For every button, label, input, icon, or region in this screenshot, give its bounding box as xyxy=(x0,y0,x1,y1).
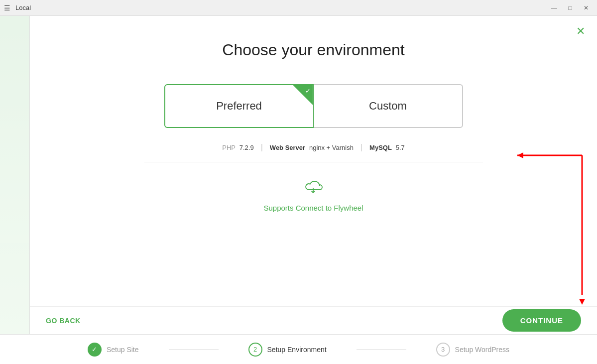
minimize-button[interactable]: — xyxy=(547,2,561,14)
webserver-label: Web Server xyxy=(270,144,305,151)
title-bar: ☰ Local — □ ✕ xyxy=(0,0,597,16)
app-window: ☰ Local — □ ✕ ✕ Choose your environment xyxy=(0,0,597,364)
environment-options: Preferred Custom xyxy=(164,84,463,128)
step-3: 3 Setup WordPress xyxy=(406,343,539,357)
step-1-circle: ✓ xyxy=(88,343,102,357)
step-3-circle: 3 xyxy=(436,343,450,357)
flywheel-section: Supports Connect to Flywheel xyxy=(263,177,363,212)
step-2-label: Setup Environment xyxy=(267,346,327,354)
go-back-button[interactable]: GO BACK xyxy=(46,317,81,325)
title-bar-left: ☰ Local xyxy=(4,4,31,12)
php-value: 7.2.9 xyxy=(239,144,254,151)
mysql-value: 5.7 xyxy=(396,144,405,151)
php-spec: PHP 7.2.9 xyxy=(222,143,253,151)
step-1: ✓ Setup Site xyxy=(58,343,169,357)
step-divider-1 xyxy=(169,349,219,350)
dialog-close-icon[interactable]: ✕ xyxy=(576,25,585,38)
footer-steps: ✓ Setup Site 2 Setup Environment 3 Setup… xyxy=(0,334,597,364)
app-title: Local xyxy=(15,4,31,11)
maximize-button[interactable]: □ xyxy=(563,2,577,14)
continue-button[interactable]: CONTINUE xyxy=(502,309,581,332)
step-1-label: Setup Site xyxy=(107,346,139,354)
webserver-spec: Web Server nginx + Varnish xyxy=(270,143,354,151)
mysql-label: MySQL xyxy=(369,144,392,151)
mysql-spec: MySQL 5.7 xyxy=(369,143,405,151)
custom-option[interactable]: Custom xyxy=(314,84,463,128)
selected-check-corner xyxy=(293,85,313,105)
preferred-label: Preferred xyxy=(216,100,262,113)
flywheel-cloud-icon xyxy=(302,177,324,199)
separator-2: | xyxy=(360,143,362,152)
title-bar-controls: — □ ✕ xyxy=(547,2,593,14)
bottom-action-bar: GO BACK CONTINUE xyxy=(30,306,597,334)
preferred-option[interactable]: Preferred xyxy=(164,84,314,128)
content-area: ✕ Choose your environment Preferred Cust… xyxy=(30,16,597,334)
step-divider-2 xyxy=(357,349,406,350)
hamburger-icon[interactable]: ☰ xyxy=(4,4,10,12)
dialog-body: Choose your environment Preferred Custom xyxy=(30,16,597,306)
main-content: ✕ Choose your environment Preferred Cust… xyxy=(0,16,597,334)
specs-row: PHP 7.2.9 | Web Server nginx + Varnish |… xyxy=(222,143,405,152)
dialog-title: Choose your environment xyxy=(222,41,404,59)
step-3-label: Setup WordPress xyxy=(455,346,509,354)
horizontal-divider xyxy=(144,162,483,162)
separator-1: | xyxy=(261,143,263,152)
step-2-circle: 2 xyxy=(248,343,262,357)
custom-label: Custom xyxy=(369,100,407,113)
step-2: 2 Setup Environment xyxy=(219,343,357,357)
window-close-button[interactable]: ✕ xyxy=(579,2,593,14)
webserver-value: nginx + Varnish xyxy=(309,144,354,151)
flywheel-text: Supports Connect to Flywheel xyxy=(263,204,363,212)
php-label: PHP xyxy=(222,144,236,151)
sidebar xyxy=(0,16,30,334)
